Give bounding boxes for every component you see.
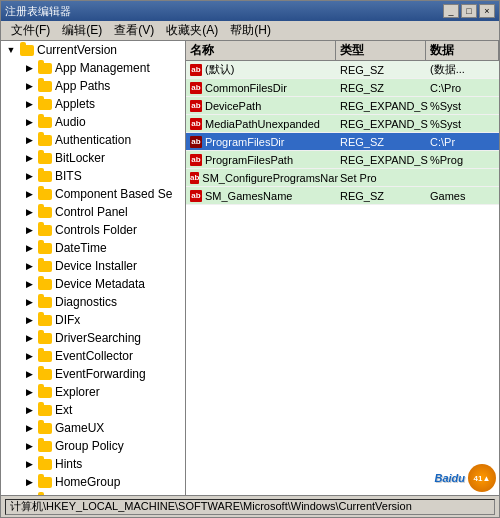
registry-row[interactable]: abCommonFilesDirREG_SZC:\Pro <box>186 79 499 97</box>
tree-item[interactable]: ▶Control Panel <box>1 203 185 221</box>
folder-icon <box>37 132 53 148</box>
tree-expander-icon[interactable]: ▶ <box>21 132 37 148</box>
folder-icon <box>37 420 53 436</box>
tree-item[interactable]: ▶EventCollector <box>1 347 185 365</box>
menu-edit[interactable]: 编辑(E) <box>56 20 108 41</box>
tree-item[interactable]: ▶Controls Folder <box>1 221 185 239</box>
content-area: ▼ CurrentVersion ▶App Management▶App Pat… <box>1 41 499 495</box>
tree-expander[interactable]: ▼ <box>3 42 19 58</box>
tree-item[interactable]: ▶Group Policy <box>1 437 185 455</box>
tree-expander-icon[interactable]: ▶ <box>21 474 37 490</box>
registry-row[interactable]: abProgramFilesDirREG_SZC:\Pr <box>186 133 499 151</box>
menu-file[interactable]: 文件(F) <box>5 20 56 41</box>
minimize-button[interactable]: _ <box>443 4 459 18</box>
tree-expander-icon[interactable]: ▶ <box>21 276 37 292</box>
tree-expander-icon[interactable]: ▶ <box>21 222 37 238</box>
registry-row[interactable]: abSM_ConfigureProgramsNameSet Pro <box>186 169 499 187</box>
reg-cell-name: ab(默认) <box>188 62 338 77</box>
reg-name-text: SM_ConfigureProgramsName <box>202 172 338 184</box>
tree-item[interactable]: ▶EventForwarding <box>1 365 185 383</box>
tree-root-item[interactable]: ▼ CurrentVersion <box>1 41 185 59</box>
tree-item[interactable]: ▶BITS <box>1 167 185 185</box>
reg-cell-name: abDevicePath <box>188 100 338 112</box>
reg-cell-type: Set Pro <box>338 172 428 184</box>
folder-icon <box>37 276 53 292</box>
tree-expander-icon[interactable]: ▶ <box>21 78 37 94</box>
tree-expander-icon[interactable]: ▶ <box>21 456 37 472</box>
tree-item-label: Hints <box>55 457 82 471</box>
tree-item[interactable]: ▶Authentication <box>1 131 185 149</box>
watermark-badge: 41▲ <box>468 464 496 492</box>
tree-item-label: Authentication <box>55 133 131 147</box>
tree-expander-icon[interactable]: ▶ <box>21 240 37 256</box>
tree-item[interactable]: ▶Ext <box>1 401 185 419</box>
tree-item[interactable]: ▶Audio <box>1 113 185 131</box>
tree-item[interactable]: ▶Device Installer <box>1 257 185 275</box>
tree-expander-icon[interactable]: ▶ <box>21 420 37 436</box>
tree-item-label: Audio <box>55 115 86 129</box>
tree-expander-icon[interactable]: ▶ <box>21 168 37 184</box>
col-header-name: 名称 <box>186 41 336 61</box>
folder-icon <box>37 492 53 495</box>
reg-cell-name: abMediaPathUnexpanded <box>188 118 338 130</box>
tree-item[interactable]: ▶Explorer <box>1 383 185 401</box>
reg-cell-type: REG_SZ <box>338 190 428 202</box>
tree-item[interactable]: ▶Component Based Se <box>1 185 185 203</box>
tree-item[interactable]: ▶App Paths <box>1 77 185 95</box>
tree-expander-icon[interactable]: ▶ <box>21 330 37 346</box>
tree-item[interactable]: ▶DriverSearching <box>1 329 185 347</box>
registry-editor-window: 注册表编辑器 _ □ × 文件(F) 编辑(E) 查看(V) 收藏夹(A) 帮助… <box>0 0 500 518</box>
registry-values-panel: 名称 类型 数据 ab(默认)REG_SZ(数据...abCommonFiles… <box>186 41 499 495</box>
tree-expander-icon[interactable]: ▶ <box>21 96 37 112</box>
registry-row[interactable]: abSM_GamesNameREG_SZGames <box>186 187 499 205</box>
tree-item[interactable]: ▶GameUX <box>1 419 185 437</box>
reg-cell-name: abCommonFilesDir <box>188 82 338 94</box>
tree-expander-icon[interactable]: ▶ <box>21 60 37 76</box>
tree-expander-icon[interactable]: ▶ <box>21 384 37 400</box>
tree-expander-icon[interactable]: ▶ <box>21 186 37 202</box>
menu-help[interactable]: 帮助(H) <box>224 20 277 41</box>
reg-name-text: ProgramFilesPath <box>205 154 293 166</box>
reg-cell-type: REG_SZ <box>338 64 428 76</box>
tree-item[interactable]: ▶Hints <box>1 455 185 473</box>
tree-expander-icon[interactable]: ▶ <box>21 348 37 364</box>
tree-item[interactable]: ▶BitLocker <box>1 149 185 167</box>
folder-icon <box>37 474 53 490</box>
tree-root-label: CurrentVersion <box>37 43 117 57</box>
tree-expander-icon[interactable]: ▶ <box>21 438 37 454</box>
menu-view[interactable]: 查看(V) <box>108 20 160 41</box>
reg-cell-data: %Prog <box>428 154 497 166</box>
registry-row[interactable]: ab(默认)REG_SZ(数据... <box>186 61 499 79</box>
folder-icon <box>37 114 53 130</box>
tree-item[interactable]: ▶DIFx <box>1 311 185 329</box>
registry-row[interactable]: abProgramFilesPathREG_EXPAND_SZ%Prog <box>186 151 499 169</box>
tree-item[interactable]: ▶Diagnostics <box>1 293 185 311</box>
tree-expander-icon[interactable]: ▶ <box>21 114 37 130</box>
registry-row[interactable]: abMediaPathUnexpandedREG_EXPAND_SZ%Syst <box>186 115 499 133</box>
tree-item[interactable]: ▶DateTime <box>1 239 185 257</box>
folder-icon <box>37 348 53 364</box>
tree-expander-icon[interactable]: ▶ <box>21 312 37 328</box>
tree-expander-icon[interactable]: ▶ <box>21 258 37 274</box>
tree-item[interactable]: ▶Device Metadata <box>1 275 185 293</box>
tree-expander-icon[interactable]: ▶ <box>21 402 37 418</box>
tree-item[interactable]: ▶HomeGroup <box>1 473 185 491</box>
tree-item-label: Group Policy <box>55 439 124 453</box>
tree-expander-icon[interactable]: ▶ <box>21 366 37 382</box>
close-button[interactable]: × <box>479 4 495 18</box>
tree-item[interactable]: ▶Applets <box>1 95 185 113</box>
tree-item[interactable]: ▶App Management <box>1 59 185 77</box>
status-bar: 计算机\HKEY_LOCAL_MACHINE\SOFTWARE\Microsof… <box>1 495 499 517</box>
tree-expander-icon[interactable]: ▶ <box>21 294 37 310</box>
maximize-button[interactable]: □ <box>461 4 477 18</box>
status-path: 计算机\HKEY_LOCAL_MACHINE\SOFTWARE\Microsof… <box>5 499 495 515</box>
tree-item-label: BITS <box>55 169 82 183</box>
folder-icon <box>37 438 53 454</box>
registry-row[interactable]: abDevicePathREG_EXPAND_SZ%Syst <box>186 97 499 115</box>
reg-value-icon: ab <box>190 64 202 76</box>
menu-favorites[interactable]: 收藏夹(A) <box>160 20 224 41</box>
registry-tree[interactable]: ▼ CurrentVersion ▶App Management▶App Pat… <box>1 41 186 495</box>
tree-expander-icon[interactable]: ▶ <box>21 204 37 220</box>
registry-rows: ab(默认)REG_SZ(数据...abCommonFilesDirREG_SZ… <box>186 61 499 205</box>
tree-expander-icon[interactable]: ▶ <box>21 150 37 166</box>
